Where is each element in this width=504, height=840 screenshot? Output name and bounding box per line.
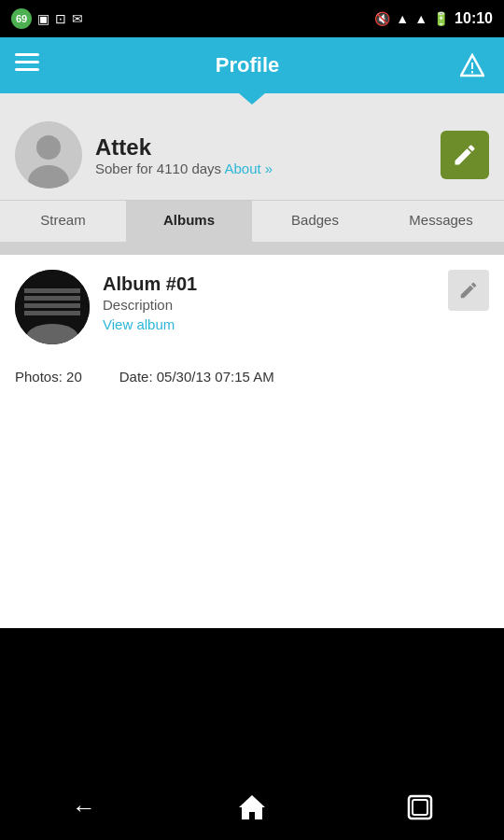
svg-rect-2 — [15, 68, 39, 71]
edit-profile-button[interactable] — [441, 131, 489, 179]
tab-albums[interactable]: Albums — [126, 201, 252, 242]
header-chevron — [0, 93, 504, 106]
time-display: 10:10 — [455, 10, 493, 27]
album-thumbnail — [15, 270, 90, 344]
mute-icon: 🔇 — [374, 11, 390, 26]
header: Profile — [0, 37, 504, 93]
status-bar-right: 🔇 ▲ ▲ 🔋 10:10 — [374, 10, 493, 27]
album-edit-button[interactable] — [448, 270, 489, 311]
status-bar-left: 69 ▣ ⊡ ✉ — [11, 8, 83, 29]
home-button[interactable] — [224, 779, 280, 835]
alert-button[interactable] — [455, 49, 489, 82]
svg-rect-10 — [24, 288, 80, 293]
chevron-down-icon — [239, 93, 265, 105]
album-date: Date: 05/30/13 07:15 AM — [119, 369, 274, 385]
tab-chevron-down-icon — [178, 242, 201, 253]
tab-stream[interactable]: Stream — [0, 201, 126, 242]
svg-rect-17 — [413, 800, 427, 815]
svg-rect-5 — [471, 71, 473, 74]
tabs: Stream Albums Badges Messages — [0, 200, 504, 242]
profile-left: Attek Sober for 4110 days About » — [15, 121, 273, 189]
status-bar: 69 ▣ ⊡ ✉ 🔇 ▲ ▲ 🔋 10:10 — [0, 0, 504, 37]
album-thumb-image — [15, 270, 90, 344]
profile-about-link[interactable]: About » — [224, 161, 273, 176]
notification-badge: 69 — [11, 8, 32, 29]
signal-icon: ▲ — [414, 11, 427, 26]
album-meta: Photos: 20 Date: 05/30/13 07:15 AM — [15, 369, 489, 385]
svg-marker-15 — [239, 795, 265, 819]
main-content: Album #01 Description View album Photos:… — [0, 255, 504, 628]
profile-sober: Sober for 4110 days About » — [95, 161, 273, 176]
gallery-icon: ⊡ — [55, 11, 66, 26]
profile-info: Attek Sober for 4110 days About » — [95, 134, 273, 176]
page-title: Profile — [39, 53, 455, 77]
view-album-link[interactable]: View album — [103, 316, 489, 332]
tab-chevron-row — [0, 242, 504, 255]
tab-badges[interactable]: Badges — [252, 201, 378, 242]
svg-rect-4 — [471, 63, 473, 69]
back-button[interactable] — [56, 779, 112, 835]
sim-icon: ▣ — [37, 11, 49, 26]
album-info: Album #01 Description View album — [103, 270, 489, 332]
bottom-nav — [0, 775, 504, 840]
hamburger-button[interactable] — [15, 53, 39, 77]
svg-rect-1 — [15, 61, 39, 63]
avatar — [15, 121, 82, 189]
tab-messages[interactable]: Messages — [378, 201, 504, 242]
svg-rect-11 — [24, 296, 80, 301]
album-card: Album #01 Description View album — [15, 270, 489, 356]
album-title: Album #01 — [103, 273, 489, 295]
battery-icon: 🔋 — [433, 11, 449, 26]
svg-rect-0 — [15, 53, 39, 56]
svg-rect-13 — [24, 311, 80, 315]
wifi-icon: ▲ — [396, 11, 409, 26]
album-description: Description — [103, 297, 489, 313]
svg-point-7 — [36, 135, 61, 160]
recents-button[interactable] — [392, 779, 448, 835]
profile-section: Attek Sober for 4110 days About » — [0, 106, 504, 200]
album-photos: Photos: 20 — [15, 369, 82, 385]
mail-icon: ✉ — [72, 11, 83, 26]
svg-rect-12 — [24, 303, 80, 308]
profile-name: Attek — [95, 134, 273, 161]
